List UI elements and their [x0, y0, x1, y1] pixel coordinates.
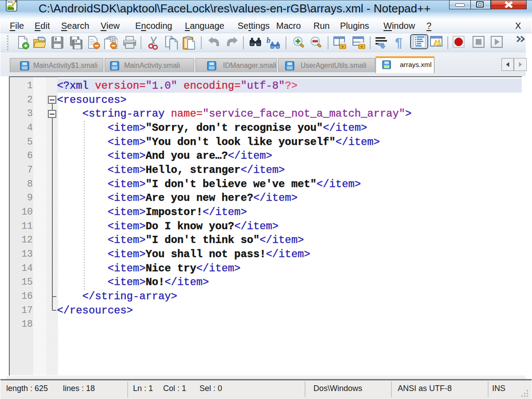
svg-text:b: b	[266, 36, 270, 45]
svg-text:¶: ¶	[395, 36, 403, 50]
